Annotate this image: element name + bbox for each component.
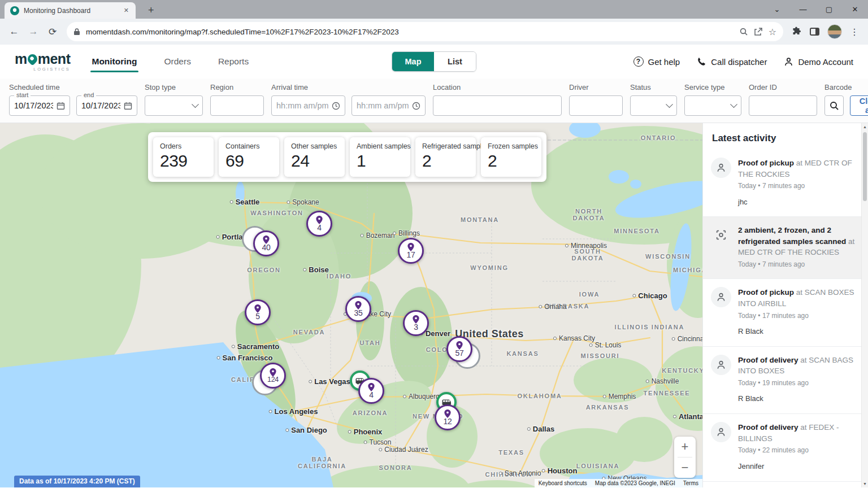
cluster-marker[interactable]: 12 bbox=[435, 404, 461, 430]
cluster-marker[interactable]: 3 bbox=[403, 310, 429, 336]
stat-value: 2 bbox=[488, 151, 535, 171]
end-date-input[interactable] bbox=[81, 101, 120, 110]
start-date-input[interactable] bbox=[14, 101, 53, 110]
forward-icon[interactable]: → bbox=[25, 26, 42, 37]
activity-timestamp: Today • 19 minutes ago bbox=[738, 378, 857, 388]
get-help-button[interactable]: ?Get help bbox=[633, 56, 680, 67]
driver-input[interactable] bbox=[574, 101, 618, 110]
status-select[interactable] bbox=[630, 95, 677, 116]
map-canvas[interactable]: WASHINGTONSeattleSpokanePortlandOREGONMO… bbox=[0, 123, 702, 487]
cluster-marker[interactable]: 57 bbox=[446, 336, 472, 362]
activity-action: Proof of delivery bbox=[738, 356, 798, 364]
arrival-to-field[interactable] bbox=[351, 95, 426, 116]
scrollbar-thumb[interactable] bbox=[863, 132, 867, 201]
chevron-down-icon bbox=[666, 101, 673, 108]
scroll-up-icon[interactable]: ▲ bbox=[862, 125, 868, 129]
side-panel-icon[interactable] bbox=[810, 28, 819, 36]
activity-sidebar: Latest activity Proof of pickup at MED C… bbox=[702, 123, 868, 487]
sidebar-scrollbar[interactable]: ▲ ▼ bbox=[861, 123, 868, 487]
location-input[interactable] bbox=[438, 101, 557, 110]
stat-label: Containers bbox=[225, 142, 272, 150]
filter-order-id: Order ID bbox=[749, 83, 817, 116]
end-date-field[interactable]: end bbox=[76, 95, 137, 116]
window-close-icon[interactable]: ✕ bbox=[842, 0, 868, 19]
nav-item-orders[interactable]: Orders bbox=[163, 46, 192, 77]
clock-icon[interactable] bbox=[412, 102, 420, 110]
driver-field[interactable] bbox=[569, 95, 623, 116]
person-icon bbox=[716, 427, 726, 437]
barcode-label: Barcode bbox=[824, 83, 868, 91]
activity-body: Proof of delivery at SCAN BAGS INTO BOXE… bbox=[738, 355, 857, 404]
order-id-field[interactable] bbox=[749, 95, 817, 116]
view-toggle-list[interactable]: List bbox=[434, 52, 476, 71]
activity-headline: Proof of pickup at SCAN BOXES INTO AIRBI… bbox=[738, 287, 857, 309]
status-label: Status bbox=[630, 83, 677, 91]
cluster-marker[interactable]: 4 bbox=[358, 378, 384, 404]
arrival-from-field[interactable] bbox=[271, 95, 345, 116]
arrival-to-input[interactable] bbox=[357, 101, 409, 110]
back-icon[interactable]: ← bbox=[6, 26, 23, 37]
cluster-marker[interactable]: 124 bbox=[260, 363, 286, 389]
calendar-icon[interactable] bbox=[57, 102, 65, 110]
service-type-select[interactable] bbox=[684, 95, 741, 116]
activity-timestamp: Today • 17 minutes ago bbox=[738, 311, 857, 321]
map-data-credit: Map data ©2023 Google, INEGI bbox=[591, 479, 679, 487]
location-field[interactable] bbox=[433, 95, 562, 116]
keyboard-shortcuts-link[interactable]: Keyboard shortcuts bbox=[535, 479, 591, 487]
call-dispatcher-button[interactable]: Call dispatcher bbox=[697, 57, 767, 67]
nav-item-monitoring[interactable]: Monitoring bbox=[90, 46, 138, 77]
calendar-icon[interactable] bbox=[124, 102, 132, 110]
activity-icon bbox=[711, 287, 731, 307]
order-id-input[interactable] bbox=[754, 101, 812, 110]
cluster-bubble: 57 bbox=[446, 336, 472, 362]
cluster-marker[interactable]: 35 bbox=[345, 296, 371, 322]
cluster-marker[interactable]: 40 bbox=[253, 230, 279, 256]
address-bar[interactable]: momentdash.com/monitoring/map?f.schedule… bbox=[67, 22, 783, 41]
window-maximize-icon[interactable]: ▢ bbox=[816, 0, 842, 19]
zoom-out-button[interactable]: − bbox=[674, 457, 696, 478]
region-field[interactable] bbox=[210, 95, 264, 116]
share-icon[interactable] bbox=[754, 27, 763, 36]
zoom-page-icon[interactable] bbox=[739, 27, 748, 36]
reload-icon[interactable]: ⟳ bbox=[44, 26, 61, 38]
url-text[interactable]: momentdash.com/monitoring/map?f.schedule… bbox=[86, 28, 734, 36]
cluster-bubble: 4 bbox=[306, 211, 332, 237]
nav-item-reports[interactable]: Reports bbox=[217, 46, 250, 77]
activity-user: jhc bbox=[738, 197, 857, 208]
zoom-in-button[interactable]: + bbox=[674, 437, 696, 457]
site-favicon-icon bbox=[10, 6, 19, 15]
stop-type-select[interactable] bbox=[145, 95, 203, 116]
moment-logo[interactable]: mment LOGISTICS bbox=[15, 52, 70, 72]
extensions-puzzle-icon[interactable] bbox=[792, 26, 802, 38]
browser-tab[interactable]: Monitoring Dashboard ✕ bbox=[5, 2, 136, 19]
stop-type-label: Stop type bbox=[145, 83, 203, 91]
activity-item[interactable]: Proof of pickup at SCAN BOXES INTO AIRBI… bbox=[703, 279, 868, 346]
window-minimize-icon[interactable]: — bbox=[790, 0, 816, 19]
tab-close-icon[interactable]: ✕ bbox=[121, 6, 131, 15]
clock-icon[interactable] bbox=[332, 102, 340, 110]
activity-item[interactable]: Proof of pickup at MED CTR OF THE ROCKIE… bbox=[703, 150, 868, 217]
cluster-marker[interactable]: 5 bbox=[245, 299, 271, 325]
barcode-search-button[interactable] bbox=[824, 95, 844, 116]
window-menu-icon[interactable]: ⌄ bbox=[764, 0, 790, 19]
profile-avatar[interactable] bbox=[827, 24, 842, 39]
terms-link[interactable]: Terms bbox=[679, 479, 702, 487]
activity-item[interactable]: Proof of delivery at FEDEX - BILLINGSTod… bbox=[703, 414, 868, 481]
person-icon bbox=[716, 163, 726, 173]
activity-item[interactable]: Proof of delivery at SCAN BAGS INTO BOXE… bbox=[703, 347, 868, 414]
activity-item[interactable]: 2 ambient, 2 frozen, and 2 refrigerated … bbox=[703, 217, 868, 279]
cluster-marker[interactable]: 4 bbox=[306, 211, 332, 237]
demo-account-button[interactable]: Demo Account bbox=[784, 57, 853, 67]
bookmark-star-icon[interactable]: ☆ bbox=[769, 27, 776, 37]
stat-card-frozen-samples: Frozen samples2 bbox=[481, 137, 541, 177]
scroll-down-icon[interactable]: ▼ bbox=[862, 482, 868, 486]
new-tab-button[interactable]: + bbox=[144, 5, 159, 19]
view-toggle-map[interactable]: Map bbox=[392, 52, 434, 71]
clear-all-button[interactable]: Clear all bbox=[850, 95, 868, 116]
start-date-field[interactable]: start bbox=[9, 95, 70, 116]
arrival-from-input[interactable] bbox=[276, 101, 328, 110]
browser-menu-icon[interactable]: ⋮ bbox=[850, 27, 859, 37]
cluster-marker[interactable]: 17 bbox=[398, 238, 424, 264]
region-input[interactable] bbox=[215, 101, 259, 110]
activity-headline: Proof of delivery at FEDEX - BILLINGS bbox=[738, 422, 857, 444]
